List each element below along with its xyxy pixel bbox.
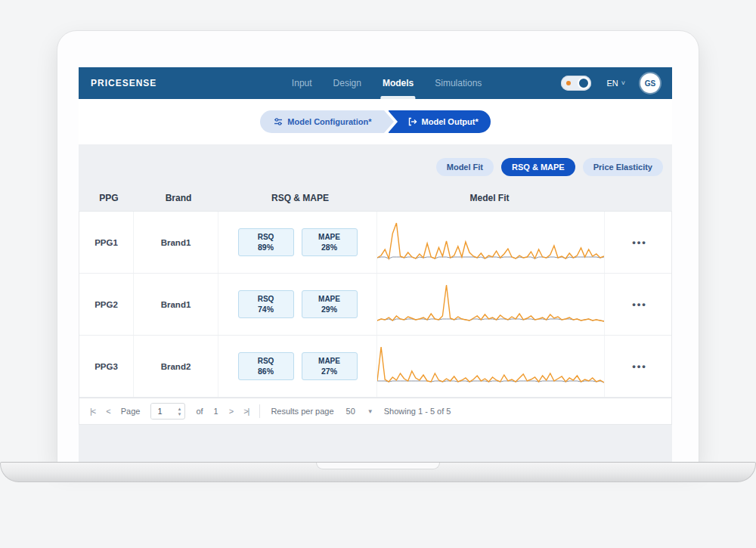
step-model-configuration[interactable]: Model Configuration* xyxy=(260,110,383,133)
stepper-band: Model Configuration* Model Output* xyxy=(79,99,672,144)
prev-page-icon[interactable]: < xyxy=(106,407,110,416)
model-fit-sparkline xyxy=(377,218,604,267)
mape-value: 28% xyxy=(302,243,357,252)
app-logo: PRICESENSE xyxy=(91,78,156,88)
table-row: PPG2 Brand1 RSQ 74% MAPE 29% xyxy=(79,274,671,336)
mape-metric-box: MAPE 28% xyxy=(302,228,358,256)
select-caret-icon[interactable]: ▼ xyxy=(367,408,373,415)
row-more-actions-button[interactable]: ••• xyxy=(632,237,647,248)
theme-toggle[interactable] xyxy=(561,76,591,91)
laptop-screen: PRICESENSE Input Design Models Simulatio… xyxy=(57,30,699,463)
total-pages: 1 xyxy=(214,407,218,416)
cell-ppg: PPG3 xyxy=(79,336,134,397)
rsq-value: 89% xyxy=(239,243,293,252)
results-per-page: Results per page 50 ▼ xyxy=(271,407,373,416)
results-per-page-value[interactable]: 50 xyxy=(346,407,355,416)
chip-price-elasticity[interactable]: Price Elasticity xyxy=(583,158,663,176)
column-header-ppg: PPG xyxy=(82,193,136,203)
column-header-rsq-mape: RSQ & MAPE xyxy=(221,193,380,203)
mape-metric-box: MAPE 29% xyxy=(302,290,358,318)
divider xyxy=(259,404,260,418)
column-header-brand: Brand xyxy=(136,193,221,203)
pagination-bar: |< < Page ▲ ▼ of 1 > >| Results per page… xyxy=(79,398,672,425)
rsq-value: 74% xyxy=(239,305,293,314)
first-page-icon[interactable]: |< xyxy=(90,407,95,416)
column-header-model-fit: Medel Fit xyxy=(380,193,600,203)
chip-model-fit[interactable]: Model Fit xyxy=(436,158,494,176)
app-window: PRICESENSE Input Design Models Simulatio… xyxy=(79,67,672,468)
nav-item-models[interactable]: Models xyxy=(383,67,414,99)
row-more-actions-button[interactable]: ••• xyxy=(632,361,647,372)
output-icon xyxy=(408,117,417,126)
spin-up-icon[interactable]: ▲ xyxy=(177,407,181,411)
next-page-icon[interactable]: > xyxy=(229,407,233,416)
table-row: PPG3 Brand2 RSQ 86% MAPE 27% xyxy=(79,336,671,398)
results-per-page-label: Results per page xyxy=(271,407,333,416)
stepper: Model Configuration* Model Output* xyxy=(260,110,490,133)
language-selector[interactable]: EN ˅ xyxy=(606,79,625,88)
page-label: Page xyxy=(121,407,141,416)
laptop-base xyxy=(0,462,756,482)
step-model-output[interactable]: Model Output* xyxy=(389,110,491,133)
cell-ppg: PPG1 xyxy=(79,212,134,273)
mape-label: MAPE xyxy=(302,357,357,365)
mape-value: 27% xyxy=(302,367,357,376)
cell-brand: Brand1 xyxy=(134,212,218,273)
rsq-metric-box: RSQ 86% xyxy=(238,352,294,380)
last-page-icon[interactable]: >| xyxy=(243,407,249,416)
page-number-input[interactable] xyxy=(151,404,174,419)
mape-value: 29% xyxy=(302,305,357,314)
cell-brand: Brand1 xyxy=(134,274,218,335)
results-table: PPG1 Brand1 RSQ 89% MAPE 28% xyxy=(79,211,672,398)
mape-metric-box: MAPE 27% xyxy=(302,352,358,380)
laptop-base-notch xyxy=(316,463,440,469)
nav-item-input[interactable]: Input xyxy=(292,67,312,99)
nav-item-simulations[interactable]: Simulations xyxy=(435,67,482,99)
model-fit-sparkline xyxy=(377,280,604,329)
table-header-row: PPG Brand RSQ & MAPE Medel Fit xyxy=(79,176,672,211)
chevron-down-icon: ˅ xyxy=(621,79,625,87)
rsq-label: RSQ xyxy=(239,357,293,365)
toggle-knob-icon xyxy=(578,77,590,89)
chip-rsq-mape[interactable]: RSQ & MAPE xyxy=(501,158,575,176)
rsq-metric-box: RSQ 74% xyxy=(238,290,294,318)
cell-ppg: PPG2 xyxy=(79,274,134,335)
filter-chips-row: Model Fit RSQ & MAPE Price Elasticity xyxy=(79,144,672,176)
cell-brand: Brand2 xyxy=(134,336,218,397)
toggle-off-dot-icon xyxy=(566,81,571,85)
mape-label: MAPE xyxy=(302,295,357,303)
sliders-icon xyxy=(274,117,283,126)
table-row: PPG1 Brand1 RSQ 89% MAPE 28% xyxy=(79,212,671,274)
of-label: of xyxy=(196,407,203,416)
navbar-right: EN ˅ GS xyxy=(561,73,660,93)
showing-summary: Showing 1 - 5 of 5 xyxy=(384,407,451,416)
model-fit-sparkline xyxy=(377,342,604,391)
row-more-actions-button[interactable]: ••• xyxy=(632,299,647,310)
rsq-value: 86% xyxy=(239,367,293,376)
language-label: EN xyxy=(606,79,618,88)
spin-down-icon[interactable]: ▼ xyxy=(177,412,181,416)
page-number-stepper: ▲ ▼ xyxy=(150,403,185,420)
nav-item-design[interactable]: Design xyxy=(333,67,361,99)
avatar[interactable]: GS xyxy=(640,73,660,93)
rsq-metric-box: RSQ 89% xyxy=(238,228,294,256)
step-label: Model Configuration* xyxy=(287,117,371,126)
top-navbar: PRICESENSE Input Design Models Simulatio… xyxy=(79,67,672,99)
step-label: Model Output* xyxy=(422,117,479,126)
mape-label: MAPE xyxy=(302,233,357,241)
rsq-label: RSQ xyxy=(239,233,293,241)
rsq-label: RSQ xyxy=(239,295,293,303)
main-nav: Input Design Models Simulations xyxy=(292,67,482,99)
